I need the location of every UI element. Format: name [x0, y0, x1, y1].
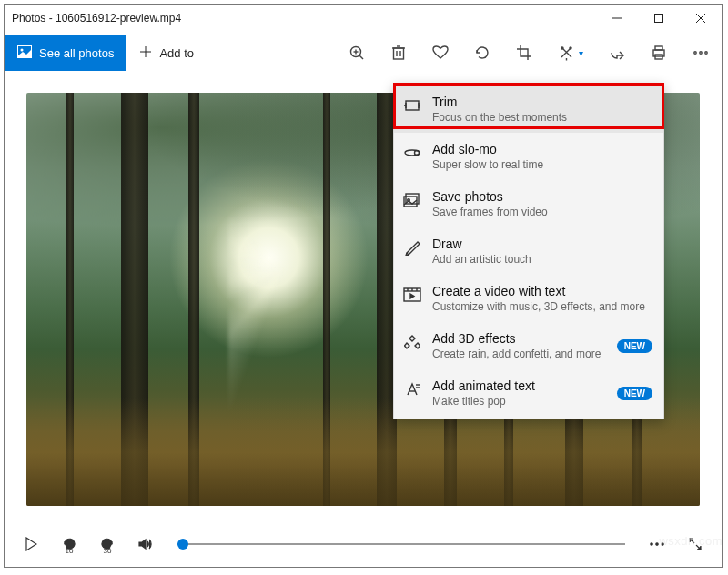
- effects-3d-icon: [403, 333, 421, 351]
- menu-item-trim[interactable]: Trim Focus on the best moments: [394, 86, 663, 133]
- playback-bar: 10 30: [5, 521, 722, 567]
- maximize-button[interactable]: [638, 5, 680, 32]
- svg-point-17: [561, 47, 563, 49]
- add-to-button[interactable]: Add to: [126, 35, 207, 71]
- new-badge: NEW: [617, 387, 652, 400]
- svg-rect-28: [406, 101, 419, 110]
- rotate-button[interactable]: [461, 35, 503, 71]
- menu-item-title: Trim: [432, 95, 652, 109]
- volume-button[interactable]: [132, 528, 159, 560]
- play-button[interactable]: [17, 528, 45, 560]
- animated-text-icon: [403, 380, 421, 398]
- svg-rect-1: [655, 15, 663, 23]
- menu-item-subtitle: Focus on the best moments: [432, 111, 652, 124]
- menu-item-slomo[interactable]: Add slo-mo Super slow to real time: [394, 133, 663, 180]
- see-all-photos-button[interactable]: See all photos: [5, 35, 126, 71]
- toolbar: See all photos Add to ▾: [5, 32, 722, 74]
- photos-icon: [17, 45, 32, 61]
- svg-line-9: [359, 55, 363, 59]
- add-to-label: Add to: [159, 46, 194, 60]
- skip-forward-button[interactable]: 30: [94, 528, 121, 560]
- minimize-button[interactable]: [596, 5, 638, 32]
- trim-icon: [403, 96, 421, 115]
- svg-point-26: [656, 543, 658, 545]
- favorite-button[interactable]: [420, 35, 461, 71]
- watermark: wsxdn.com: [659, 534, 723, 548]
- close-button[interactable]: [680, 5, 722, 32]
- window-controls: [596, 5, 722, 32]
- edit-create-menu: Trim Focus on the best moments Add slo-m…: [393, 83, 664, 419]
- share-button[interactable]: [596, 35, 638, 71]
- svg-point-24: [705, 52, 707, 54]
- seek-slider[interactable]: [177, 543, 625, 545]
- print-button[interactable]: [638, 35, 680, 71]
- skip-fwd-label: 30: [104, 547, 112, 555]
- save-photos-icon: [403, 191, 421, 209]
- menu-item-video-text[interactable]: Create a video with text Customize with …: [394, 275, 663, 322]
- svg-point-5: [21, 48, 24, 51]
- video-text-icon: [403, 286, 421, 304]
- plus-icon: [139, 45, 152, 61]
- titlebar: Photos - 1060516912-preview.mp4: [5, 5, 722, 32]
- more-button[interactable]: [680, 35, 722, 71]
- chevron-down-icon: ▾: [579, 48, 583, 58]
- svg-point-25: [651, 543, 652, 545]
- skip-back-label: 10: [66, 547, 74, 555]
- seek-thumb[interactable]: [177, 539, 188, 550]
- delete-button[interactable]: [378, 35, 420, 71]
- svg-rect-12: [394, 48, 404, 59]
- new-badge: NEW: [617, 339, 652, 353]
- menu-item-draw[interactable]: Draw Add an artistic touch: [394, 227, 663, 275]
- svg-rect-20: [655, 46, 662, 50]
- svg-point-22: [694, 52, 696, 54]
- skip-back-button[interactable]: 10: [56, 528, 83, 560]
- draw-icon: [403, 238, 421, 257]
- svg-point-18: [570, 47, 571, 49]
- see-all-photos-label: See all photos: [39, 46, 114, 60]
- menu-item-save-photos[interactable]: Save photos Save frames from video: [394, 180, 663, 227]
- window-title: Photos - 1060516912-preview.mp4: [12, 12, 596, 25]
- svg-point-23: [700, 52, 702, 54]
- slomo-icon: [403, 144, 421, 162]
- crop-button[interactable]: [503, 35, 545, 71]
- menu-item-animated-text[interactable]: Add animated text Make titles pop NEW: [394, 369, 663, 417]
- menu-item-3d-effects[interactable]: Add 3D effects Create rain, add confetti…: [394, 322, 663, 369]
- edit-create-button[interactable]: ▾: [545, 35, 596, 71]
- zoom-button[interactable]: [336, 35, 378, 71]
